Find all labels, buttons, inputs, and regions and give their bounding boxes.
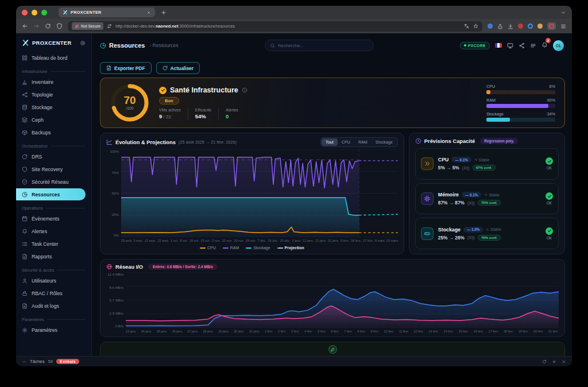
back-button[interactable] [22,23,28,29]
prediction-name: Mémoire [438,192,459,198]
security-chip[interactable]: Not Secure [72,22,103,30]
prediction-stability: Stable [486,227,501,231]
language-flag-icon[interactable] [495,43,502,48]
sidebar-item-stockage[interactable]: Stockage [16,101,91,113]
sidebar-item-ceph[interactable]: Ceph [16,114,91,126]
extension-active-box[interactable] [547,22,556,30]
clock-icon [415,138,421,144]
prediction-range: 87% → 87% [438,200,465,206]
tasks-close-icon[interactable] [562,359,566,364]
filter-tout[interactable]: Tout [322,138,338,146]
cpu-icon [421,157,434,170]
sidebar-item-rbac-roles[interactable]: RBAC / Rôles [16,287,91,299]
sidebar-item-drs[interactable]: DRS [16,150,91,162]
share-nodes-icon[interactable] [519,42,525,49]
resource-bar-track [486,104,555,108]
tasks-error-badge: 6 erreurs [56,359,79,364]
tab-list-icon[interactable] [560,10,566,16]
prediction-row1: CPU— 0.1%Stable [438,157,541,162]
tracking-shield-icon[interactable] [56,23,63,29]
browser-tab[interactable]: PROXCENTER [59,7,155,17]
sidebar-collapse-icon[interactable] [80,40,86,46]
prediction-status: OK [546,227,553,240]
translate-icon[interactable] [464,24,469,29]
prediction-row2: 25% → 26%(30j)78% conf. [438,235,541,241]
downloads-icon[interactable] [508,24,513,29]
new-tab-button[interactable] [161,10,167,16]
sidebar-item-utilisateurs[interactable]: Utilisateurs [16,274,91,287]
sidebar-item-tableau-de-bord[interactable]: Tableau de bord [16,52,91,64]
x-axis-tick: 16 déc. [268,239,278,244]
sidebar-item-alertes[interactable]: Alertes [16,225,91,237]
minimize-window-button[interactable] [32,10,37,16]
sidebar-item-ressources[interactable]: Ressources [16,188,86,200]
sidebar-item-securite-reseau[interactable]: Sécurité Réseau [16,176,91,188]
sidebar-section-label: Sécurité & accès [22,268,86,273]
browser-menu-icon[interactable] [560,24,566,29]
leaf-icon [328,345,337,354]
sidebar-item-inventaire[interactable]: Inventaire [16,76,91,88]
avatar[interactable]: CL [553,40,564,51]
filter-cpu[interactable]: CPU [338,138,354,146]
sidebar-item-topologie[interactable]: Topologie [16,88,91,100]
search-box[interactable] [265,40,374,51]
refresh-button[interactable]: Actualiser [156,62,200,74]
refresh-icon [163,65,168,71]
extension-password-icon[interactable] [528,24,533,29]
grid-icon [22,55,28,61]
stat-label: VMs actives [159,108,181,112]
x-axis-tick: 3 janv. [292,239,301,244]
notifications-button[interactable]: 2 [541,40,548,51]
resource-bar-labels: CPU6% [486,84,555,89]
filter-ram[interactable]: RAM [354,138,372,146]
x-axis-tick: 9 févr. [371,330,380,335]
reload-button[interactable] [45,23,51,29]
tasks-refresh-icon[interactable] [542,359,547,364]
sidebar-item-rapports[interactable]: Rapports [16,250,91,262]
x-axis-tick: 12 févr. [413,330,424,335]
regression-badge: Régression poly. [480,138,518,144]
filter-stockage[interactable]: Stockage [372,138,397,146]
x-axis-tick: 25 août [121,239,131,244]
share-icon[interactable] [497,24,503,29]
forward-button[interactable] [33,23,40,29]
page-content: Exporter PDF Actualiser [92,57,572,356]
maximize-window-button[interactable] [41,10,47,16]
prediction-card-stockage: Stockage— 1.0%Stable25% → 26%(30j)78% co… [415,218,559,249]
sidebar-item-site-recovery[interactable]: Site Recovery [16,163,91,175]
legend-cpu: CPU [200,246,216,250]
security-label: Not Secure [81,24,100,28]
prediction-stability: Stable [474,158,489,162]
bar-chart-icon [22,79,28,85]
url-text: http://docker-dev.dev.naoned.net:3000/In… [115,24,461,29]
sidebar-item-audit-et-logs[interactable]: Audit et logs [16,300,91,312]
task-list-icon[interactable] [530,42,536,49]
info-icon[interactable] [242,87,247,93]
expand-tasks-icon[interactable] [22,359,26,364]
console-icon[interactable] [507,42,513,49]
extension-profile-icon[interactable] [537,24,543,29]
database-icon [22,105,28,110]
tab-close-icon[interactable] [146,10,151,15]
extension-globe-icon[interactable] [488,24,493,29]
resource-bar-labels: Stockage34% [486,111,555,117]
stat-value: 9 / 22 [159,113,181,119]
prediction-confidence-badge: 78% conf. [478,235,501,241]
x-axis-tick: 24 janv. [141,330,152,335]
sidebar-item-task-center[interactable]: Task Center [16,238,91,250]
export-pdf-button[interactable]: Exporter PDF [100,62,152,74]
x-axis: 25 août3 sept.12 sept.22 sept.1 oct.8 oc… [106,239,398,244]
sidebar-item-parametres[interactable]: Paramètres [16,324,91,336]
address-bar[interactable]: Not Secure http://docker-dev.dev.naoned.… [68,21,482,32]
sidebar-item-evenements[interactable]: Évènements [16,212,91,225]
sidebar-item-backups[interactable]: Backups [16,126,91,138]
search-input[interactable] [278,43,369,48]
connection-switch-icon[interactable] [107,24,112,29]
close-window-button[interactable] [22,10,28,16]
stat-value: 54% [195,113,211,119]
extension-adblock-icon[interactable] [518,24,523,29]
x-axis-tick: 25 déc. [280,239,291,244]
tasks-add-icon[interactable] [552,359,556,364]
green-it-card[interactable]: Configurez vos métriques Green IT [100,342,565,356]
bookmark-star-icon[interactable] [473,24,478,29]
